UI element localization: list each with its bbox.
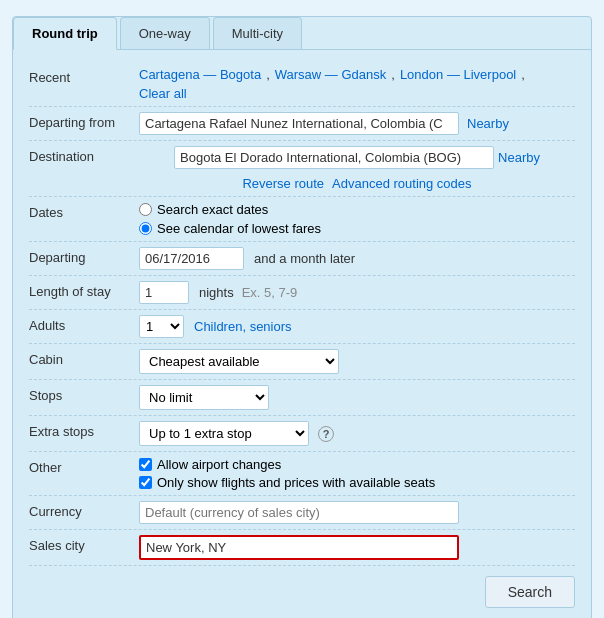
tab-multi-city[interactable]: Multi-city: [213, 17, 302, 49]
recent-link-cartagena[interactable]: Cartagena — Bogota: [139, 67, 261, 82]
search-button[interactable]: Search: [485, 576, 575, 608]
adults-select[interactable]: 1234: [139, 315, 184, 338]
search-button-row: Search: [29, 566, 575, 608]
adults-field: 1234 Children, seniors: [139, 315, 575, 338]
dates-exact-option[interactable]: Search exact dates: [139, 202, 321, 217]
destination-input[interactable]: [174, 146, 494, 169]
reverse-route-link[interactable]: Reverse route: [242, 176, 324, 191]
length-input[interactable]: [139, 281, 189, 304]
stops-row: Stops No limit Direct only Up to 1 stop: [29, 380, 575, 416]
dates-label: Dates: [29, 202, 139, 220]
recent-link-warsaw[interactable]: Warsaw — Gdansk: [275, 67, 387, 82]
sales-city-input[interactable]: [139, 535, 459, 560]
extra-stops-row: Extra stops Up to 1 extra stop No extra …: [29, 416, 575, 452]
airport-changes-option[interactable]: Allow airport changes: [139, 457, 435, 472]
stops-field: No limit Direct only Up to 1 stop: [139, 385, 575, 410]
adults-row: Adults 1234 Children, seniors: [29, 310, 575, 344]
dates-exact-radio[interactable]: [139, 203, 152, 216]
sales-city-row: Sales city: [29, 530, 575, 566]
dates-calendar-radio[interactable]: [139, 222, 152, 235]
recent-link-clear-all[interactable]: Clear all: [139, 86, 187, 101]
dates-calendar-option[interactable]: See calendar of lowest fares: [139, 221, 321, 236]
departing-field: and a month later: [139, 247, 575, 270]
departing-from-input[interactable]: [139, 112, 459, 135]
tab-round-trip[interactable]: Round trip: [13, 17, 117, 50]
dates-radio-group: Search exact dates See calendar of lowes…: [139, 202, 321, 236]
extra-stops-help-icon[interactable]: ?: [318, 426, 334, 442]
available-seats-checkbox[interactable]: [139, 476, 152, 489]
cabin-label: Cabin: [29, 349, 139, 367]
other-checkboxes: Allow airport changes Only show flights …: [139, 457, 435, 490]
stops-select[interactable]: No limit Direct only Up to 1 stop: [139, 385, 269, 410]
departing-from-nearby[interactable]: Nearby: [467, 116, 509, 131]
departing-date-input[interactable]: [139, 247, 244, 270]
destination-nearby[interactable]: Nearby: [498, 150, 540, 165]
tabs-bar: Round trip One-way Multi-city: [13, 17, 591, 50]
destination-label: Destination: [29, 146, 139, 164]
airport-changes-checkbox[interactable]: [139, 458, 152, 471]
cabin-row: Cabin Cheapest available Economy Premium…: [29, 344, 575, 380]
adults-label: Adults: [29, 315, 139, 333]
departing-from-row: Departing from Nearby: [29, 107, 575, 141]
available-seats-label: Only show flights and prices with availa…: [157, 475, 435, 490]
airport-changes-label: Allow airport changes: [157, 457, 281, 472]
destination-row: Destination Nearby Reverse route Advance…: [29, 141, 575, 197]
other-row: Other Allow airport changes Only show fl…: [29, 452, 575, 496]
extra-stops-field: Up to 1 extra stop No extra stops Up to …: [139, 421, 575, 446]
length-label: Length of stay: [29, 281, 139, 299]
recent-label: Recent: [29, 67, 139, 85]
extra-stops-label: Extra stops: [29, 421, 139, 439]
cabin-select[interactable]: Cheapest available Economy Premium Econo…: [139, 349, 339, 374]
destination-field: Nearby Reverse route Advanced routing co…: [139, 146, 575, 191]
departing-from-field: Nearby: [139, 112, 575, 135]
dates-row: Dates Search exact dates See calendar of…: [29, 197, 575, 242]
flight-search-form: Round trip One-way Multi-city Recent Car…: [12, 16, 592, 618]
recent-row: Recent Cartagena — Bogota, Warsaw — Gdan…: [29, 62, 575, 107]
departing-row: Departing and a month later: [29, 242, 575, 276]
route-links: Reverse route Advanced routing codes: [242, 176, 471, 191]
currency-field: [139, 501, 575, 524]
nights-text: nights: [199, 285, 234, 300]
departing-label: Departing: [29, 247, 139, 265]
dates-exact-label: Search exact dates: [157, 202, 268, 217]
recent-links: Cartagena — Bogota, Warsaw — Gdansk, Lon…: [139, 67, 575, 101]
sales-city-field: [139, 535, 575, 560]
recent-link-london[interactable]: London — Liverpool: [400, 67, 516, 82]
length-of-stay-row: Length of stay nights Ex. 5, 7-9: [29, 276, 575, 310]
and-later-text: and a month later: [254, 251, 355, 266]
stops-label: Stops: [29, 385, 139, 403]
advanced-routing-link[interactable]: Advanced routing codes: [332, 176, 471, 191]
extra-stops-select[interactable]: Up to 1 extra stop No extra stops Up to …: [139, 421, 309, 446]
currency-input[interactable]: [139, 501, 459, 524]
cabin-field: Cheapest available Economy Premium Econo…: [139, 349, 575, 374]
tab-one-way[interactable]: One-way: [120, 17, 210, 49]
nights-example: Ex. 5, 7-9: [242, 285, 298, 300]
destination-line: Nearby: [174, 146, 540, 169]
length-field: nights Ex. 5, 7-9: [139, 281, 575, 304]
other-label: Other: [29, 457, 139, 475]
departing-from-label: Departing from: [29, 112, 139, 130]
form-body: Recent Cartagena — Bogota, Warsaw — Gdan…: [13, 62, 591, 608]
available-seats-option[interactable]: Only show flights and prices with availa…: [139, 475, 435, 490]
currency-label: Currency: [29, 501, 139, 519]
children-seniors-link[interactable]: Children, seniors: [194, 319, 292, 334]
currency-row: Currency: [29, 496, 575, 530]
sales-city-label: Sales city: [29, 535, 139, 553]
dates-calendar-label: See calendar of lowest fares: [157, 221, 321, 236]
dates-field: Search exact dates See calendar of lowes…: [139, 202, 575, 236]
other-field: Allow airport changes Only show flights …: [139, 457, 575, 490]
